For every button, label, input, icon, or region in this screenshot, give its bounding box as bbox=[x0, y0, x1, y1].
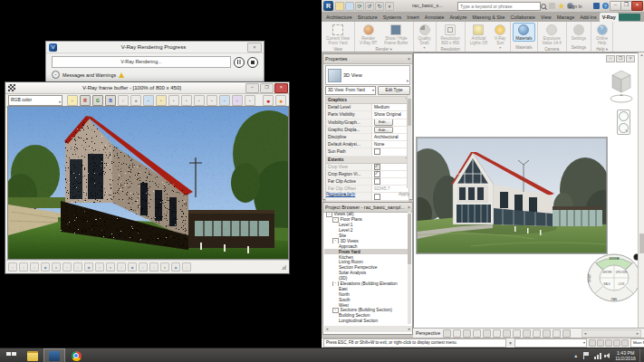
reveal-hidden-elements-icon[interactable] bbox=[543, 329, 551, 338]
force-color-clamping-icon[interactable] bbox=[19, 262, 28, 272]
messages-section-label[interactable]: Messages and Warnings bbox=[62, 72, 116, 78]
view-scale-label[interactable]: Perspective bbox=[416, 330, 440, 336]
steering-wheel[interactable]: ZOOM REWIND PAN ORBIT CENTER UP/DOWN LOO… bbox=[585, 251, 643, 303]
view-close-icon[interactable]: × bbox=[626, 55, 635, 62]
svg-text:WALK[interactable]: WALK bbox=[603, 282, 610, 286]
temporary-view-properties-icon[interactable] bbox=[553, 329, 561, 338]
save-image-icon[interactable] bbox=[143, 95, 154, 106]
zoom-tool-icon[interactable] bbox=[619, 123, 629, 133]
browser-vertical-scrollbar[interactable] bbox=[408, 212, 411, 324]
edit-button[interactable]: Edit... bbox=[374, 119, 393, 126]
display-srgb-icon[interactable] bbox=[41, 262, 50, 272]
drawing-area[interactable]: – ❐ × bbox=[413, 52, 638, 328]
scale-icon[interactable] bbox=[443, 329, 451, 338]
temporary-hide-isolate-icon[interactable] bbox=[533, 329, 541, 338]
curves-icon[interactable] bbox=[106, 262, 115, 272]
svg-text:CENTER[interactable]: CENTER bbox=[602, 271, 612, 274]
resize-grip[interactable] bbox=[281, 264, 286, 270]
fb-close-button[interactable]: × bbox=[274, 83, 288, 93]
network-icon[interactable] bbox=[594, 352, 601, 359]
ribbon-tab-v-ray[interactable]: V-Ray bbox=[600, 13, 619, 22]
red-channel-icon[interactable] bbox=[80, 95, 91, 106]
close-browser-icon[interactable]: × bbox=[408, 205, 410, 210]
sun-path-icon[interactable] bbox=[473, 329, 481, 338]
edit-type-button[interactable]: Edit Type bbox=[378, 86, 410, 95]
lamp-icon[interactable] bbox=[67, 95, 78, 106]
svg-text:PAN[interactable]: PAN bbox=[611, 298, 618, 301]
properties-header[interactable]: Properties × bbox=[323, 54, 412, 64]
close-properties-icon[interactable]: × bbox=[408, 56, 410, 62]
show-desktop-button[interactable] bbox=[639, 348, 644, 362]
progress-close-button[interactable]: × bbox=[247, 43, 262, 52]
checkbox-sun-path[interactable] bbox=[374, 148, 380, 155]
subscription-center-icon[interactable] bbox=[549, 3, 555, 9]
ribbon-tab-view[interactable]: View bbox=[538, 13, 554, 22]
ribbon-tab-insert[interactable]: Insert bbox=[404, 13, 421, 22]
visual-style-icon[interactable] bbox=[463, 329, 471, 338]
show-corrections-control-icon[interactable] bbox=[8, 262, 17, 272]
expander-icon[interactable]: - bbox=[332, 281, 339, 287]
color-balance-icon[interactable] bbox=[84, 262, 93, 272]
scroll-right-icon[interactable]: ► bbox=[408, 327, 411, 331]
ribbon-tab-architecture[interactable]: Architecture bbox=[323, 13, 355, 22]
hue-saturation-icon[interactable] bbox=[73, 262, 82, 272]
monochromatic-icon[interactable] bbox=[130, 95, 141, 106]
follow-mouse-icon[interactable] bbox=[194, 95, 205, 106]
favorites-icon[interactable] bbox=[558, 3, 564, 9]
ribbon-button-render-v-ray-rt[interactable]: RenderV-Ray RT bbox=[357, 23, 380, 46]
levels-icon[interactable] bbox=[95, 262, 104, 272]
close-button[interactable]: × bbox=[631, 1, 643, 11]
selection-filter-icon[interactable] bbox=[621, 339, 629, 347]
fb-help-icon[interactable] bbox=[182, 262, 191, 272]
view-clamped-colors-icon[interactable] bbox=[30, 262, 39, 272]
expand-section-icon[interactable]: ⌄ bbox=[52, 71, 60, 79]
shadows-icon[interactable] bbox=[483, 329, 491, 338]
search-icon[interactable] bbox=[541, 4, 546, 9]
viewport-horizontal-scrollbar[interactable]: ◄► bbox=[582, 329, 641, 338]
color-corrections-icon[interactable] bbox=[232, 95, 243, 106]
pause-render-button[interactable] bbox=[234, 57, 245, 68]
redo-icon[interactable] bbox=[375, 2, 384, 11]
svg-text:LOOK[interactable]: LOOK bbox=[618, 282, 624, 286]
ribbon-tab-massing-site[interactable]: Massing & Site bbox=[470, 13, 508, 22]
unlocked-3d-view-icon[interactable] bbox=[523, 329, 531, 338]
search-input[interactable] bbox=[457, 2, 541, 11]
expander-icon[interactable]: - bbox=[326, 212, 332, 217]
ribbon-button-online-help[interactable]: OnlineHelp bbox=[593, 23, 610, 46]
stop-render-icon[interactable] bbox=[263, 95, 274, 106]
undo-icon[interactable] bbox=[365, 2, 374, 11]
taskbar-clock[interactable]: 1:43 PM 11/2/2016 bbox=[615, 350, 636, 362]
ribbon-tab-structure[interactable]: Structure bbox=[355, 13, 380, 22]
show-crop-region-icon[interactable] bbox=[513, 329, 521, 338]
volume-icon[interactable] bbox=[604, 352, 611, 359]
compare-vertical-icon[interactable] bbox=[171, 262, 180, 272]
browser-horizontal-scrollbar[interactable]: ◄► bbox=[324, 326, 412, 332]
show-hidden-icons-icon[interactable] bbox=[573, 352, 581, 359]
blue-channel-icon[interactable] bbox=[105, 95, 116, 106]
sync-icon[interactable] bbox=[355, 2, 364, 11]
stop-render-button[interactable] bbox=[247, 57, 258, 68]
white-balance-icon[interactable] bbox=[62, 262, 72, 272]
region-render-icon[interactable] bbox=[207, 95, 217, 106]
compare-horizontal-icon[interactable] bbox=[160, 262, 169, 272]
expander-icon[interactable]: - bbox=[332, 238, 339, 243]
save-icon[interactable] bbox=[345, 2, 354, 11]
ribbon-button-settings[interactable]: Settings bbox=[569, 23, 589, 42]
revit-3d-view-image[interactable] bbox=[416, 137, 608, 254]
checkbox-far-clip-active[interactable] bbox=[374, 178, 380, 185]
svg-text:ZOOM[interactable]: ZOOM bbox=[610, 257, 620, 261]
browser-item-longitudinal-section[interactable]: Longitudinal Section bbox=[324, 319, 408, 324]
green-channel-icon[interactable] bbox=[92, 95, 103, 106]
property-group-extents[interactable]: Extentsˆ bbox=[326, 157, 409, 164]
ribbon-button-v-ray-sun[interactable]: V-RaySun▾ bbox=[492, 23, 508, 51]
ribbon-tab-manage[interactable]: Manage bbox=[554, 13, 577, 22]
rendering-dialog-icon[interactable] bbox=[493, 329, 501, 338]
pixel-information-icon[interactable] bbox=[219, 95, 230, 106]
revit-logo-icon[interactable]: R bbox=[323, 1, 333, 11]
select-links-icon[interactable] bbox=[589, 339, 596, 347]
load-image-icon[interactable] bbox=[156, 95, 167, 106]
svg-text:UP/DOWN[interactable]: UP/DOWN bbox=[616, 271, 628, 274]
svg-text:ORBIT[interactable]: ORBIT bbox=[588, 273, 591, 282]
ribbon-tab-analyze[interactable]: Analyze bbox=[447, 13, 469, 22]
magnify-icon[interactable] bbox=[245, 95, 255, 106]
